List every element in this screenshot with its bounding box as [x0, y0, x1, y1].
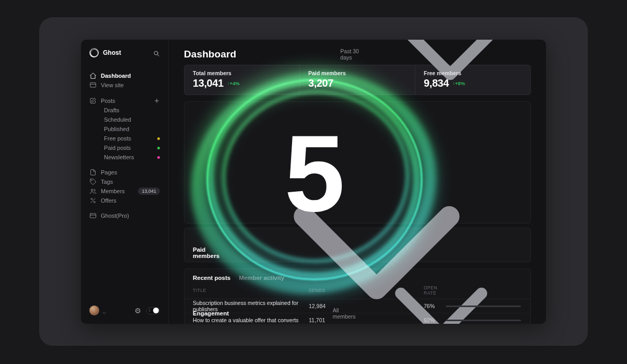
paid-members-card: Paid members — [184, 101, 531, 224]
card-icon — [89, 212, 97, 219]
desktop-background: Ghost Dashboard View site Posts Drafts S — [0, 0, 627, 364]
dark-mode-toggle[interactable]: ☾ — [146, 307, 160, 314]
sidebar-item-label: Members — [101, 188, 125, 194]
sidebar-item-paid-posts[interactable]: Paid posts — [89, 143, 160, 152]
sidebar-item-posts[interactable]: Posts — [89, 96, 160, 105]
toggle-knob — [153, 308, 159, 313]
brand-name: Ghost — [103, 49, 121, 56]
sidebar-item-view-site[interactable]: View site — [89, 80, 160, 90]
main-content: Dashboard Past 30 days Total members 13,… — [169, 40, 546, 324]
sidebar-item-label: Tags — [101, 179, 113, 185]
tab-recent-posts[interactable]: Recent posts — [193, 275, 230, 281]
home-icon — [89, 72, 97, 79]
settings-gear-icon[interactable]: ⚙ — [134, 307, 141, 314]
chevron-down-icon[interactable] — [102, 308, 107, 313]
page-title: Dashboard — [184, 49, 236, 60]
ghost-admin-window: Ghost Dashboard View site Posts Drafts S — [81, 40, 546, 324]
sidebar-item-scheduled[interactable]: Scheduled — [89, 115, 160, 124]
sidebar-item-tags[interactable]: Tags — [89, 177, 160, 186]
edit-icon — [89, 97, 97, 104]
moon-icon: ☾ — [148, 308, 152, 313]
sidebar-subitem-label: Scheduled — [104, 116, 131, 123]
sidebar-item-label: Posts — [101, 98, 115, 104]
post-title: Subscription business metrics explained … — [193, 300, 309, 312]
tag-icon — [89, 178, 97, 185]
sidebar-item-dashboard[interactable]: Dashboard — [89, 71, 160, 80]
sidebar: Ghost Dashboard View site Posts Drafts S — [81, 40, 169, 324]
ghost-logo-icon — [89, 48, 99, 57]
newsletters-dot — [157, 156, 160, 159]
open-rate-bar — [446, 320, 521, 321]
brand-row: Ghost — [89, 47, 160, 58]
sidebar-footer: ⚙ ☾ — [89, 306, 160, 315]
sidebar-subitem-label: Published — [104, 126, 129, 132]
open-rate-bar — [446, 306, 521, 307]
post-open-rate: 76% — [424, 303, 446, 309]
sidebar-subitem-label: Free posts — [104, 135, 131, 142]
post-sends: 12,984 — [309, 303, 424, 309]
sidebar-item-published[interactable]: Published — [89, 124, 160, 134]
post-sends: 11,701 — [309, 317, 424, 323]
sidebar-item-drafts[interactable]: Drafts — [89, 105, 160, 115]
members-count-badge: 13,041 — [138, 187, 160, 195]
post-open-rate: 92% — [424, 317, 446, 323]
sidebar-item-pages[interactable]: Pages — [89, 168, 160, 177]
chevron-down-icon — [361, 233, 522, 324]
paid-posts-dot — [157, 147, 160, 149]
page-icon — [89, 169, 97, 176]
stat-total-members: Total members 13,041↑+4% — [184, 65, 299, 95]
sidebar-item-offers[interactable]: Offers — [89, 196, 160, 205]
post-title: How to create a valuable offer that conv… — [193, 317, 309, 323]
browser-icon — [89, 81, 97, 89]
sidebar-item-label: View site — [101, 82, 124, 88]
sidebar-subitem-label: Paid posts — [104, 145, 131, 151]
stat-free-members: Free members 9,834↑+8% — [415, 65, 530, 95]
sidebar-subitem-label: Newsletters — [104, 154, 134, 160]
sidebar-item-label: Dashboard — [101, 73, 131, 79]
sidebar-item-newsletters[interactable]: Newsletters — [89, 152, 160, 162]
sidebar-item-ghost-pro[interactable]: Ghost(Pro) — [89, 211, 160, 220]
percent-icon — [89, 197, 97, 204]
stats-card: Total members 13,041↑+4% Paid members 3,… — [184, 65, 531, 95]
sidebar-item-label: Offers — [101, 197, 117, 204]
sidebar-item-members[interactable]: Members 13,041 — [89, 186, 160, 196]
sidebar-item-label: Ghost(Pro) — [101, 213, 129, 219]
sidebar-item-label: Pages — [101, 169, 117, 175]
stat-paid-members: Paid members 3,207 — [299, 65, 415, 95]
all-members-dropdown[interactable]: All members — [333, 233, 522, 324]
avatar[interactable] — [89, 306, 99, 315]
search-icon[interactable] — [153, 50, 160, 56]
sidebar-item-free-posts[interactable]: Free posts — [89, 134, 160, 143]
tab-member-activity[interactable]: Member activity — [239, 275, 284, 281]
add-post-plus-icon[interactable] — [154, 98, 160, 104]
members-icon — [89, 187, 97, 195]
free-posts-dot — [157, 137, 160, 140]
sidebar-subitem-label: Drafts — [104, 107, 119, 113]
